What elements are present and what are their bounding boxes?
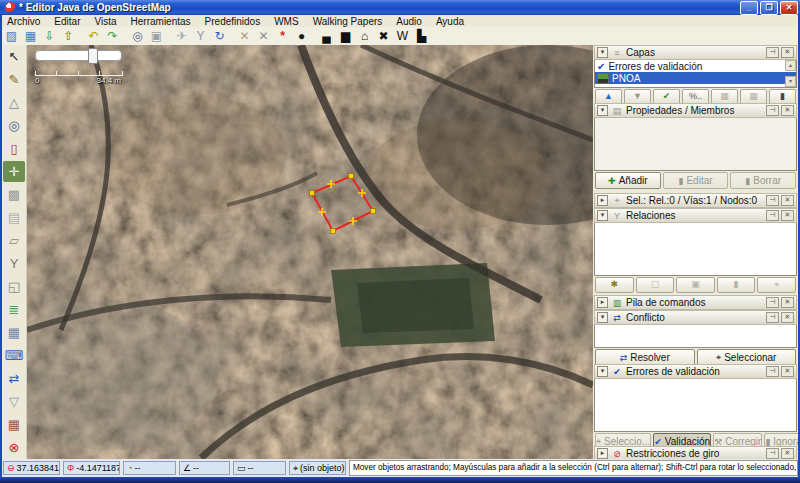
undo-icon[interactable]: ↶: [85, 28, 102, 44]
zoom-slider[interactable]: [35, 50, 122, 61]
menu-audio[interactable]: Audio: [389, 16, 429, 27]
dialog-icon[interactable]: ◱: [3, 276, 25, 297]
conflict-icon[interactable]: ⇄: [3, 368, 25, 389]
menu-predefinidos[interactable]: Predefinidos: [198, 16, 268, 27]
building-tool-icon[interactable]: ▦: [3, 414, 25, 435]
layer-row-validation[interactable]: ✔ Errores de validación: [595, 60, 796, 72]
pin-icon[interactable]: ⊣: [766, 47, 779, 58]
collapse-icon[interactable]: ▾: [597, 47, 608, 58]
close-icon[interactable]: ✕: [781, 312, 794, 323]
restore-button[interactable]: ❐: [760, 1, 778, 15]
menu-archivo[interactable]: Archivo: [0, 16, 47, 27]
validation-panel-header[interactable]: ▾ ✔ Errores de validación ⊣ ✕: [594, 364, 797, 379]
menu-walking-papers[interactable]: Walking Papers: [306, 16, 390, 27]
close-icon[interactable]: ✕: [781, 195, 794, 206]
close-icon[interactable]: ✕: [781, 210, 794, 221]
menu-herramientas[interactable]: Herramientas: [124, 16, 198, 27]
expand-icon[interactable]: ▸: [597, 297, 608, 308]
validation-error-list[interactable]: [594, 379, 797, 432]
collapse-icon[interactable]: ▾: [597, 366, 608, 377]
keyboard-icon[interactable]: ⌨: [3, 345, 25, 366]
pin-icon[interactable]: ⊣: [766, 366, 779, 377]
title-bar[interactable]: * Editor Java de OpenStreetMap _ ❐ ✕: [0, 0, 800, 15]
close-icon[interactable]: ✕: [781, 105, 794, 116]
redo-icon[interactable]: ↷: [104, 28, 121, 44]
menu-ayuda[interactable]: Ayuda: [429, 16, 471, 27]
add-button[interactable]: ✚ Añadir: [595, 172, 661, 189]
close-icon[interactable]: ✕: [781, 47, 794, 58]
properties-panel-header[interactable]: ▾ ▤ Propiedades / Miembros ⊣ ✕: [594, 103, 797, 118]
scroll-down-icon[interactable]: ▾: [785, 76, 796, 87]
refresh-icon[interactable]: ↻: [211, 28, 228, 44]
relation-copy-icon[interactable]: ▣: [676, 277, 715, 293]
preferences-icon[interactable]: ▣: [148, 28, 165, 44]
close-icon[interactable]: ✕: [781, 297, 794, 308]
zoom-tool-icon[interactable]: ◎: [3, 115, 25, 136]
filter-icon[interactable]: ▽: [3, 391, 25, 412]
preset-bank-icon[interactable]: ⌂: [356, 28, 373, 44]
gps-icon[interactable]: ✈: [173, 28, 190, 44]
node-tool-icon[interactable]: Y: [192, 28, 209, 44]
relation-new-icon[interactable]: ✱: [595, 277, 634, 293]
move-tool-icon[interactable]: ✛: [3, 161, 25, 182]
collapse-icon[interactable]: ▾: [597, 105, 608, 116]
hand-icon[interactable]: ●: [293, 28, 310, 44]
layer-row-pnoa[interactable]: PNOA: [595, 72, 796, 84]
pin-icon[interactable]: ⊣: [766, 312, 779, 323]
download-data-icon[interactable]: ⇩: [41, 28, 58, 44]
select-tool-icon[interactable]: ↖: [3, 46, 25, 67]
add-layer-icon[interactable]: ≣: [3, 299, 25, 320]
save-icon[interactable]: ▦: [22, 28, 39, 44]
tag-icon[interactable]: ▱: [3, 230, 25, 251]
menu-editar[interactable]: Editar: [47, 16, 87, 27]
relations-panel-header[interactable]: ▾ Y Relaciones ⊣ ✕: [594, 208, 797, 223]
expand-icon[interactable]: ▸: [597, 195, 608, 206]
conflict-panel-header[interactable]: ▾ ⇄ Conflicto ⊣ ✕: [594, 310, 797, 325]
cancel-icon[interactable]: ⊗: [3, 437, 25, 458]
close-button[interactable]: ✕: [780, 1, 798, 15]
pin-icon[interactable]: ⊣: [766, 448, 779, 459]
photo-layer-icon[interactable]: ▦: [3, 322, 25, 343]
preset-cross-icon[interactable]: ✖: [375, 28, 392, 44]
unglue-icon[interactable]: *: [274, 28, 291, 44]
collapse-icon[interactable]: ▾: [597, 312, 608, 323]
measure-tool-icon[interactable]: △: [3, 92, 25, 113]
relation-delete-icon[interactable]: ▮: [717, 277, 756, 293]
expand-icon[interactable]: ▸: [597, 448, 608, 459]
close-icon[interactable]: ✕: [781, 366, 794, 377]
selection-panel-header[interactable]: ▸ ⌖ Sel.: Rel.:0 / Vías:1 / Nodos:0 ⊣ ✕: [594, 193, 797, 208]
search-icon[interactable]: ◎: [129, 28, 146, 44]
relation-icon[interactable]: Y: [3, 253, 25, 274]
preset-factory-icon[interactable]: ▙: [413, 28, 430, 44]
split-way-icon[interactable]: ✕: [236, 28, 253, 44]
relation-edit-icon[interactable]: ▢: [636, 277, 675, 293]
relations-list[interactable]: [594, 223, 797, 276]
notes-icon[interactable]: ▤: [3, 207, 25, 228]
pin-icon[interactable]: ⊣: [766, 195, 779, 206]
preset-bus-icon[interactable]: ▆: [337, 28, 354, 44]
edit-button[interactable]: ▮ Editar: [663, 172, 729, 189]
pin-icon[interactable]: ⊣: [766, 210, 779, 221]
command-stack-header[interactable]: ▸ ▥ Pila de comandos ⊣ ✕: [594, 295, 797, 310]
close-icon[interactable]: ✕: [781, 448, 794, 459]
extrude-tool-icon[interactable]: ▩: [3, 184, 25, 205]
scroll-up-icon[interactable]: ▴: [785, 60, 796, 71]
conflict-list[interactable]: [594, 325, 797, 348]
upload-data-icon[interactable]: ⇧: [60, 28, 77, 44]
preset-w-icon[interactable]: W: [394, 28, 411, 44]
delete-tool-icon[interactable]: ▯: [3, 138, 25, 159]
collapse-icon[interactable]: ▾: [597, 210, 608, 221]
minimize-button[interactable]: _: [740, 1, 758, 15]
pin-icon[interactable]: ⊣: [766, 105, 779, 116]
menu-wms[interactable]: WMS: [267, 16, 305, 27]
preset-car-icon[interactable]: ▄: [318, 28, 335, 44]
delete-button[interactable]: ▮ Borrar: [730, 172, 796, 189]
draw-node-tool-icon[interactable]: ✎: [3, 69, 25, 90]
map-canvas[interactable]: 0 34.4 m: [27, 45, 593, 459]
relation-select-icon[interactable]: ⌖: [757, 277, 796, 293]
zoom-slider-handle[interactable]: [88, 48, 98, 64]
properties-table[interactable]: [594, 118, 797, 171]
menu-vista[interactable]: Vista: [87, 16, 123, 27]
layers-panel-header[interactable]: ▾ ≡ Capas ⊣ ✕: [594, 45, 797, 60]
open-icon[interactable]: ▨: [3, 28, 20, 44]
